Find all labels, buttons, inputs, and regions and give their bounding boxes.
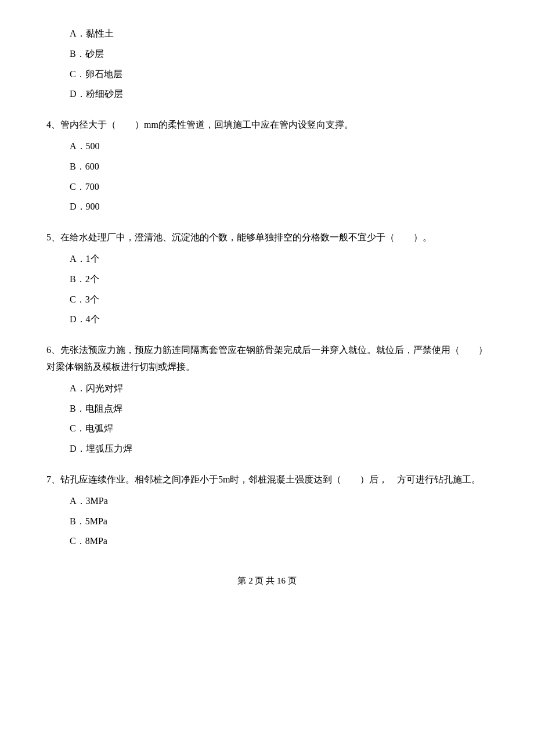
option-text: 电阻点焊 [85,404,122,413]
list-item: A．闪光对焊 [70,380,488,397]
option-text: 粉细砂层 [86,89,123,99]
question-prev-options: A．黏性土 B．砂层 C．卵石地层 D．粉细砂层 [46,26,488,103]
list-item: B．砂层 [70,46,488,63]
option-label: A． [70,383,86,393]
option-text: 1个 [86,254,100,264]
list-item: C．卵石地层 [70,66,488,83]
option-text: 8MPa [85,536,107,546]
option-label: B． [70,161,85,171]
option-label: A． [70,141,86,151]
option-label: B． [70,49,85,59]
option-text: 埋弧压力焊 [86,444,132,453]
list-item: B．5MPa [70,513,488,530]
list-item: A．500 [70,138,488,155]
option-label: C． [70,423,85,433]
option-text: 砂层 [85,49,104,59]
list-item: D．粉细砂层 [70,86,488,103]
list-item: C．8MPa [70,533,488,550]
question-text-4: 4、管内径大于（ ）mm的柔性管道，回填施工中应在管内设竖向支撑。 [46,117,488,134]
option-text: 3个 [85,294,99,304]
option-list-5: A．1个 B．2个 C．3个 D．4个 [70,251,488,328]
list-item: C．电弧焊 [70,420,488,437]
option-label: C． [70,69,85,79]
list-item: B．600 [70,159,488,175]
option-label: A． [70,496,86,506]
option-label: C． [70,182,85,192]
option-label: D． [70,201,86,211]
option-label: A． [70,254,86,264]
page-footer: 第 2 页 共 16 页 [46,573,488,589]
question-7: 7、钻孔应连续作业。相邻桩之间净距小于5m时，邻桩混凝土强度达到（ ）后， 方可… [46,471,488,550]
list-item: D．4个 [70,311,488,328]
question-text-7: 7、钻孔应连续作业。相邻桩之间净距小于5m时，邻桩混凝土强度达到（ ）后， 方可… [46,471,488,488]
option-label: D． [70,314,86,324]
option-label: C． [70,294,85,304]
list-item: D．900 [70,199,488,215]
question-5: 5、在给水处理厂中，澄清池、沉淀池的个数，能够单独排空的分格数一般不宜少于（ ）… [46,229,488,328]
option-text: 5MPa [85,516,107,526]
list-item: C．700 [70,179,488,196]
list-item: A．3MPa [70,493,488,510]
option-text: 3MPa [86,496,108,506]
option-text: 卵石地层 [85,69,122,79]
option-text: 600 [85,161,99,171]
question-text-6: 6、先张法预应力施，预应力筋连同隔离套管应在钢筋骨架完成后一并穿入就位。就位后，… [46,342,488,376]
option-label: C． [70,536,85,546]
list-item: C．3个 [70,291,488,308]
question-4: 4、管内径大于（ ）mm的柔性管道，回填施工中应在管内设竖向支撑。 A．500 … [46,117,488,215]
list-item: B．2个 [70,271,488,288]
option-label: D． [70,444,86,453]
option-list-prev: A．黏性土 B．砂层 C．卵石地层 D．粉细砂层 [70,26,488,103]
option-text: 500 [86,141,100,151]
option-label: B． [70,274,85,284]
page-number-text: 第 2 页 共 16 页 [237,576,296,585]
option-text: 闪光对焊 [86,383,123,393]
list-item: A．1个 [70,251,488,268]
option-text: 黏性土 [86,28,114,38]
list-item: B．电阻点焊 [70,401,488,417]
list-item: D．埋弧压力焊 [70,441,488,458]
option-text: 4个 [86,314,100,324]
option-list-4: A．500 B．600 C．700 D．900 [70,138,488,215]
option-text: 2个 [85,274,99,284]
option-list-7: A．3MPa B．5MPa C．8MPa [70,493,488,550]
option-label: B． [70,404,85,413]
option-label: B． [70,516,85,526]
question-text-5: 5、在给水处理厂中，澄清池、沉淀池的个数，能够单独排空的分格数一般不宜少于（ ）… [46,229,488,246]
option-text: 电弧焊 [85,423,113,433]
option-list-6: A．闪光对焊 B．电阻点焊 C．电弧焊 D．埋弧压力焊 [70,380,488,458]
question-6: 6、先张法预应力施，预应力筋连同隔离套管应在钢筋骨架完成后一并穿入就位。就位后，… [46,342,488,458]
option-text: 900 [86,201,100,211]
option-label: A． [70,28,86,38]
option-text: 700 [85,182,99,192]
option-label: D． [70,89,86,99]
list-item: A．黏性土 [70,26,488,42]
